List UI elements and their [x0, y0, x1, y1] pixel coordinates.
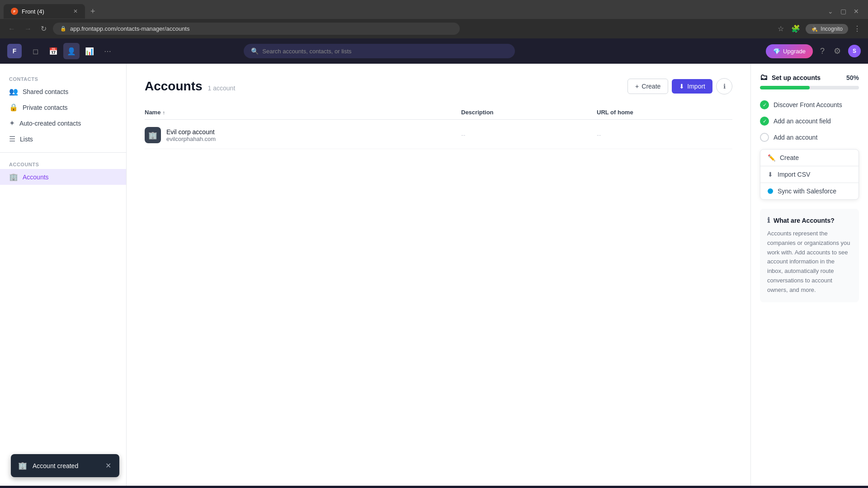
sync-salesforce-label: Sync with Salesforce: [778, 188, 836, 195]
import-label: Import: [687, 83, 705, 90]
what-are-accounts-section: ℹ What are Accounts? Accounts represent …: [760, 209, 859, 302]
auto-created-label: Auto-created contacts: [19, 120, 81, 127]
address-bar[interactable]: 🔒 app.frontapp.com/contacts-manager/acco…: [53, 23, 460, 35]
settings-icon[interactable]: ⚙: [832, 44, 843, 58]
incognito-icon: 🕵: [811, 26, 818, 32]
extension-icon[interactable]: 🧩: [789, 23, 802, 35]
table-row[interactable]: 🏢 Evil corp account evilcorphahah.com --…: [145, 122, 732, 149]
import-button[interactable]: ⬇ Import: [672, 79, 712, 94]
account-info: Evil corp account evilcorphahah.com: [166, 128, 216, 142]
browser-chrome: F Front (4) ✕ + ⌄ ▢ ✕ ← → ↻ 🔒 app.fronta…: [0, 0, 868, 38]
account-avatar: 🏢: [145, 127, 161, 143]
sidebar-item-private-contacts[interactable]: 🔒 Private contacts: [0, 99, 126, 115]
window-controls: ⌄ ▢ ✕: [826, 6, 864, 17]
user-avatar[interactable]: S: [848, 45, 861, 57]
salesforce-icon: [768, 188, 773, 194]
wat-title: What are Accounts?: [774, 217, 835, 224]
wat-text: Accounts represent the companies or orga…: [767, 229, 852, 295]
app-header: F ◻ 📅 👤 📊 ⋯ 🔍 Search accounts, contacts,…: [0, 38, 868, 64]
info-icon: ℹ: [723, 83, 726, 90]
setup-icon: 🗂: [760, 73, 768, 82]
sort-icon[interactable]: ↑: [162, 110, 165, 115]
close-tab-button[interactable]: ✕: [73, 8, 78, 14]
right-panel: 🗂 Set up accounts 50% ✓ Discover Front A…: [750, 64, 868, 486]
page-title: Accounts: [145, 79, 203, 94]
upgrade-label: Upgrade: [783, 48, 806, 55]
add-account-radio-icon: [760, 133, 769, 142]
tab-title: Front (4): [22, 8, 44, 15]
import-csv-icon: ⬇: [768, 171, 773, 178]
account-count: 1 account: [208, 84, 236, 92]
dropdown-create[interactable]: ✏️ Create: [760, 150, 859, 166]
analytics-icon[interactable]: 📊: [81, 43, 98, 59]
page-title-area: Accounts 1 account: [145, 79, 235, 94]
accounts-icon: 🏢: [9, 173, 18, 181]
menu-button[interactable]: ⋮: [852, 23, 863, 35]
discover-label: Discover Front Accounts: [774, 101, 842, 108]
col-name: Name ↑: [145, 109, 461, 116]
progress-bar: [760, 86, 859, 89]
create-button[interactable]: + Create: [627, 79, 668, 94]
create-dropdown-icon: ✏️: [768, 154, 775, 161]
page-header: Accounts 1 account + Create ⬇ Import ℹ: [145, 78, 732, 94]
create-label: Create: [642, 83, 660, 90]
browser-actions: ☆ 🧩 🕵 Incognito ⋮: [776, 23, 863, 35]
sidebar-item-accounts[interactable]: 🏢 Accounts: [0, 169, 126, 185]
app-logo[interactable]: F: [7, 44, 22, 58]
toast-notification: 🏢 Account created ✕: [11, 454, 119, 477]
dropdown-sync-salesforce[interactable]: Sync with Salesforce: [760, 183, 859, 199]
info-button[interactable]: ℹ: [716, 78, 732, 94]
lock-icon: 🔒: [60, 26, 66, 32]
create-dropdown-label: Create: [780, 154, 799, 161]
accounts-section-label: Accounts: [0, 158, 126, 169]
wat-header: ℹ What are Accounts?: [767, 216, 852, 225]
progress-fill: [760, 86, 810, 89]
col-url: URL of home: [597, 109, 732, 116]
address-bar-row: ← → ↻ 🔒 app.frontapp.com/contacts-manage…: [0, 19, 868, 38]
toast-close-button[interactable]: ✕: [104, 460, 112, 471]
active-tab[interactable]: F Front (4) ✕: [4, 4, 85, 19]
contacts-icon[interactable]: 👤: [63, 43, 80, 59]
private-contacts-icon: 🔒: [9, 103, 18, 112]
calendar-icon[interactable]: 📅: [45, 43, 61, 59]
import-icon: ⬇: [679, 83, 684, 90]
star-icon[interactable]: ☆: [776, 23, 786, 35]
maximize-button[interactable]: ▢: [839, 6, 848, 17]
help-icon[interactable]: ?: [818, 45, 826, 58]
setup-item-discover: ✓ Discover Front Accounts: [760, 97, 859, 113]
add-field-check-icon: ✓: [760, 117, 769, 126]
minimize-button[interactable]: ⌄: [826, 6, 835, 17]
sidebar-item-auto-created[interactable]: ✦ Auto-created contacts: [0, 115, 126, 131]
new-tab-button[interactable]: +: [87, 4, 99, 19]
import-csv-label: Import CSV: [778, 171, 810, 178]
sidebar-item-shared-contacts[interactable]: 👥 Shared contacts: [0, 84, 126, 99]
private-contacts-label: Private contacts: [23, 104, 68, 111]
upgrade-icon: 💎: [773, 48, 780, 55]
search-icon: 🔍: [251, 47, 259, 55]
discover-check-icon: ✓: [760, 100, 769, 109]
back-button[interactable]: ←: [5, 23, 18, 35]
main-content: Contacts 👥 Shared contacts 🔒 Private con…: [0, 64, 868, 486]
sidebar-item-lists[interactable]: ☰ Lists: [0, 131, 126, 147]
shared-contacts-label: Shared contacts: [23, 88, 68, 95]
close-window-button[interactable]: ✕: [852, 6, 861, 17]
app: F ◻ 📅 👤 📊 ⋯ 🔍 Search accounts, contacts,…: [0, 38, 868, 486]
sidebar-divider: [0, 152, 126, 153]
setup-item-add-field: ✓ Add an account field: [760, 113, 859, 129]
more-icon[interactable]: ⋯: [99, 43, 116, 59]
upgrade-button[interactable]: 💎 Upgrade: [766, 44, 813, 58]
lists-icon: ☰: [9, 135, 15, 143]
col-description: Description: [461, 109, 597, 116]
setup-item-add-account[interactable]: Add an account: [760, 129, 859, 145]
account-cell: 🏢 Evil corp account evilcorphahah.com: [145, 127, 461, 143]
reload-button[interactable]: ↻: [38, 23, 49, 35]
create-icon: +: [635, 83, 639, 90]
setup-title: 🗂 Set up accounts: [760, 73, 821, 82]
dropdown-import-csv[interactable]: ⬇ Import CSV: [760, 166, 859, 183]
inbox-icon[interactable]: ◻: [27, 43, 43, 59]
contacts-section-label: Contacts: [0, 73, 126, 84]
search-bar[interactable]: 🔍 Search accounts, contacts, or lists: [244, 44, 515, 58]
forward-button[interactable]: →: [22, 23, 34, 35]
app-nav-icons: ◻ 📅 👤 📊 ⋯: [27, 43, 116, 59]
add-account-dropdown: ✏️ Create ⬇ Import CSV Sync with Salesfo…: [760, 149, 859, 200]
